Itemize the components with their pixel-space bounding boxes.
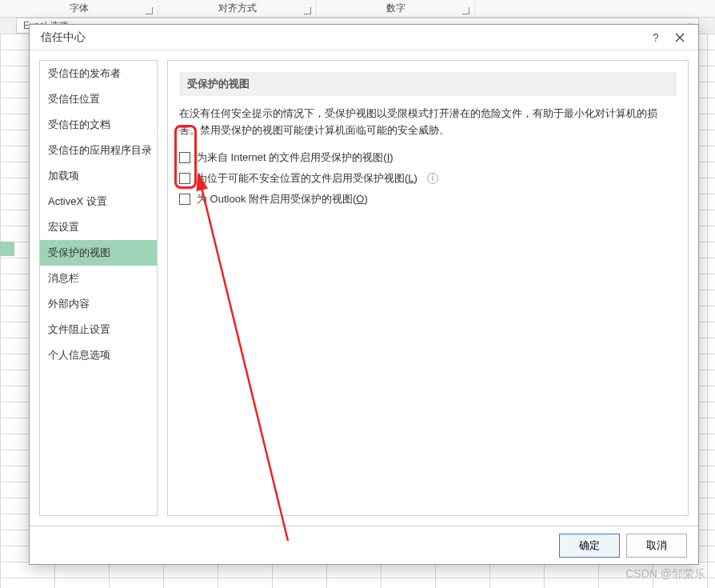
dialog-footer: 确定 取消 bbox=[30, 526, 698, 564]
annotation-arrow bbox=[184, 165, 328, 549]
sidebar-item[interactable]: ActiveX 设置 bbox=[40, 189, 157, 214]
protected-view-option[interactable]: 为位于可能不安全位置的文件启用受保护视图(L)i bbox=[179, 168, 677, 189]
protected-view-option[interactable]: 为来自 Internet 的文件启用受保护的视图(I) bbox=[179, 147, 677, 168]
option-label: 为位于可能不安全位置的文件启用受保护视图(L) bbox=[197, 171, 417, 186]
sidebar-item[interactable]: 文件阻止设置 bbox=[40, 317, 157, 342]
close-icon bbox=[675, 33, 685, 42]
ribbon-label: 字体 bbox=[70, 2, 89, 14]
protected-view-option[interactable]: 为 Outlook 附件启用受保护的视图(O) bbox=[179, 189, 677, 210]
close-button[interactable] bbox=[668, 26, 692, 49]
section-description: 在没有任何安全提示的情况下，受保护视图以受限模式打开潜在的危险文件，有助于最小化… bbox=[179, 106, 677, 139]
sidebar-item[interactable]: 受信任的文档 bbox=[40, 112, 157, 138]
sidebar: 受信任的发布者受信任位置受信任的文档受信任的应用程序目录加载项ActiveX 设… bbox=[39, 60, 158, 516]
ribbon-group-number[interactable]: 数字 bbox=[317, 0, 475, 17]
sidebar-item[interactable]: 消息栏 bbox=[40, 266, 157, 291]
watermark: CSDN @邹荣乐 bbox=[625, 567, 705, 582]
sidebar-item[interactable]: 受信任的发布者 bbox=[40, 61, 157, 86]
sidebar-item[interactable]: 外部内容 bbox=[40, 291, 157, 317]
sidebar-item[interactable]: 受信任的应用程序目录 bbox=[40, 138, 157, 163]
sidebar-item[interactable]: 受信任位置 bbox=[40, 86, 157, 112]
content-pane: 受保护的视图 在没有任何安全提示的情况下，受保护视图以受限模式打开潜在的危险文件… bbox=[167, 60, 689, 516]
help-button[interactable]: ? bbox=[644, 26, 668, 49]
section-header: 受保护的视图 bbox=[179, 72, 677, 96]
ok-button[interactable]: 确定 bbox=[559, 534, 620, 558]
sidebar-item[interactable]: 宏设置 bbox=[40, 214, 157, 240]
ribbon-label: 数字 bbox=[386, 2, 405, 14]
sidebar-item[interactable]: 个人信息选项 bbox=[40, 342, 157, 368]
ribbon-label: 对齐方式 bbox=[218, 2, 257, 14]
checkbox[interactable] bbox=[179, 173, 190, 184]
trust-center-dialog: 信任中心 ? 受信任的发布者受信任位置受信任的文档受信任的应用程序目录加载项Ac… bbox=[29, 24, 699, 565]
checkbox[interactable] bbox=[179, 152, 190, 163]
sidebar-item[interactable]: 加载项 bbox=[40, 163, 157, 189]
ribbon-group-font[interactable]: 字体 bbox=[0, 0, 158, 17]
option-label: 为来自 Internet 的文件启用受保护的视图(I) bbox=[197, 150, 393, 165]
option-label: 为 Outlook 附件启用受保护的视图(O) bbox=[197, 192, 368, 206]
dialog-title: 信任中心 bbox=[41, 30, 86, 45]
cancel-button[interactable]: 取消 bbox=[626, 534, 687, 558]
ribbon-group-align[interactable]: 对齐方式 bbox=[158, 0, 317, 17]
checkbox[interactable] bbox=[179, 194, 190, 205]
svg-line-0 bbox=[198, 174, 288, 541]
info-icon[interactable]: i bbox=[427, 173, 438, 184]
dialog-titlebar: 信任中心 ? bbox=[30, 25, 698, 50]
sidebar-item[interactable]: 受保护的视图 bbox=[40, 240, 157, 266]
cell-highlight bbox=[0, 242, 14, 256]
